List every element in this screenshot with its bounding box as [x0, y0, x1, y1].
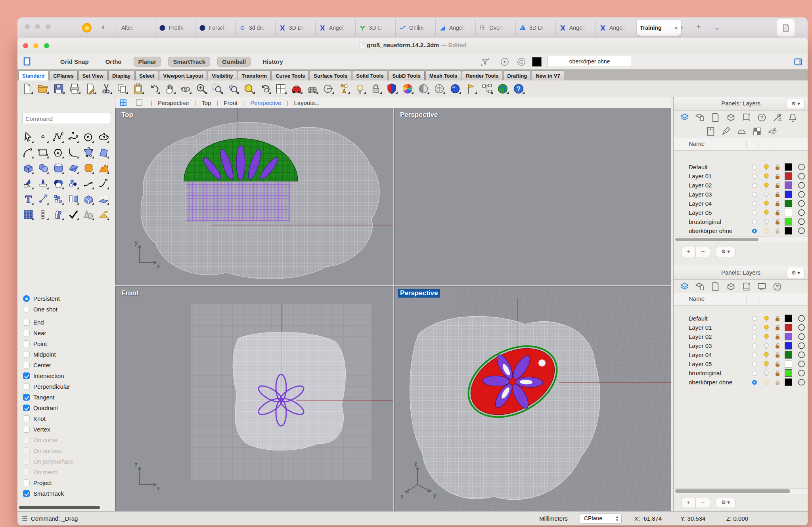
tool-array-grid[interactable] — [21, 207, 36, 222]
osnap-tangent[interactable]: Tangent — [23, 392, 110, 403]
undo-icon[interactable] — [146, 82, 162, 96]
browser-sidebar-button[interactable] — [777, 19, 795, 36]
zoom-selected-icon[interactable] — [225, 82, 241, 96]
toggle-history[interactable]: History — [258, 57, 288, 67]
export-icon[interactable] — [82, 82, 98, 96]
layer-material-circle[interactable] — [797, 199, 806, 208]
tools-icon[interactable] — [772, 112, 783, 123]
viewport-bar-front-2[interactable]: Front — [224, 99, 237, 106]
help-icon[interactable]: ? — [756, 112, 767, 123]
checkbox-icon[interactable] — [23, 340, 30, 347]
layer-color-swatch[interactable] — [785, 342, 792, 349]
ribbon-tab-select[interactable]: Select — [135, 71, 158, 80]
layer-name[interactable]: Layer 05 — [689, 209, 712, 216]
four-viewport-layout-icon[interactable] — [119, 98, 128, 107]
tool-check-geometry[interactable] — [66, 207, 81, 222]
layer-name[interactable]: Layer 05 — [689, 361, 712, 367]
object-properties-icon[interactable] — [336, 82, 352, 96]
layer-color-swatch[interactable] — [785, 200, 792, 207]
layer-material-circle[interactable] — [797, 314, 806, 323]
add-layer-button[interactable]: + — [682, 498, 696, 508]
layer-name[interactable]: oberkörper ohne — [689, 227, 732, 234]
layer-visibility-bulb-icon[interactable] — [762, 324, 770, 332]
ribbon-tab-set-view[interactable]: Set View — [79, 71, 107, 80]
lock-icon[interactable] — [368, 82, 384, 96]
layer-name[interactable]: Layer 04 — [689, 200, 712, 207]
viewport-perspective-active[interactable]: z x y Perspective — [395, 286, 671, 511]
layer-current-radio[interactable] — [751, 361, 758, 368]
layer-color-swatch[interactable] — [785, 191, 792, 198]
panel-horizontal-scrollbar[interactable] — [674, 237, 808, 242]
layer-color-swatch[interactable] — [785, 378, 792, 386]
scroll-icon[interactable] — [741, 112, 752, 123]
command-input[interactable] — [22, 113, 111, 124]
grid-hand-icon[interactable] — [767, 126, 778, 137]
checkbox-icon[interactable] — [23, 394, 30, 401]
box-icon[interactable] — [726, 112, 736, 123]
viewport-top-label[interactable]: Top — [119, 111, 136, 119]
layer-current-radio[interactable] — [751, 315, 758, 322]
osnap-quadrant[interactable]: Quadrant — [23, 403, 110, 413]
layer-visibility-bulb-icon[interactable] — [762, 378, 770, 386]
zoom-extents-icon[interactable] — [241, 82, 257, 96]
status-units[interactable]: Millimeters — [539, 515, 568, 522]
paste-icon[interactable] — [130, 82, 146, 96]
layer-state-icon[interactable] — [695, 281, 705, 292]
browser-tab-3d-dr[interactable]: 3D Dr — [275, 20, 322, 36]
layer-row-brustoriginal[interactable]: brustoriginal — [674, 217, 808, 226]
layer-material-circle[interactable] — [797, 332, 806, 341]
tool-polygon[interactable] — [51, 145, 66, 160]
open-icon[interactable] — [35, 82, 51, 96]
checkbox-icon[interactable] — [23, 372, 30, 379]
checkbox-icon[interactable] — [23, 319, 30, 326]
ribbon-tab-curve-tools[interactable]: Curve Tools — [272, 71, 309, 80]
panel-gear-button[interactable]: ⚙ ▾ — [787, 99, 805, 109]
scrollbar-thumb[interactable] — [675, 238, 758, 241]
tool-visibility-toggle[interactable] — [96, 207, 111, 222]
layer-row-layer-03[interactable]: Layer 03 — [674, 190, 808, 199]
layer-lock-icon[interactable] — [774, 191, 781, 199]
layer-visibility-bulb-icon[interactable] — [762, 227, 770, 235]
browser-tab-angeb[interactable]: Angeb — [596, 20, 642, 36]
layer-name[interactable]: brustoriginal — [689, 218, 721, 225]
checkbox-icon[interactable] — [23, 479, 30, 486]
browser-tab-prothe[interactable]: Prothe — [155, 20, 201, 36]
layer-visibility-bulb-icon[interactable] — [762, 191, 770, 199]
new-file-icon[interactable] — [19, 82, 35, 96]
layer-row-layer-03[interactable]: Layer 03 — [674, 341, 808, 350]
zoom-window-icon[interactable] — [209, 82, 225, 96]
layer-name[interactable]: oberkörper ohne — [689, 379, 732, 386]
layer-color-swatch[interactable] — [785, 360, 792, 368]
osnap-project[interactable]: Project — [23, 477, 110, 488]
name-column-header[interactable]: Name — [689, 140, 705, 147]
osnap-center[interactable]: Center — [23, 360, 110, 370]
status-menu-icon[interactable] — [21, 515, 29, 523]
layer-lock-icon[interactable] — [774, 378, 781, 386]
layer-color-swatch[interactable] — [785, 209, 792, 216]
panel-gear-button[interactable]: ⚙ ▾ — [787, 268, 805, 278]
ribbon-tab-solid-tools[interactable]: Solid Tools — [352, 71, 387, 80]
active-layer-color-swatch[interactable] — [532, 57, 542, 67]
osnap-intersection[interactable]: Intersection — [23, 370, 110, 381]
viewport-front-label[interactable]: Front — [119, 289, 141, 298]
layer-row-layer-04[interactable]: Layer 04 — [674, 350, 808, 359]
tool-cone-sphere[interactable] — [81, 207, 96, 222]
panel-toggle-icon[interactable] — [793, 57, 803, 67]
layer-current-radio[interactable] — [751, 342, 758, 349]
layer-name[interactable]: brustoriginal — [689, 370, 721, 376]
layer-lock-icon[interactable] — [774, 200, 781, 208]
layer-color-swatch[interactable] — [785, 369, 792, 377]
remove-layer-button[interactable]: − — [696, 247, 710, 257]
osnap-smarttrack[interactable]: SmartTrack — [23, 488, 110, 499]
checkbox-icon[interactable] — [23, 330, 30, 336]
layer-current-radio[interactable] — [751, 333, 758, 340]
ribbon-tab-new-in-v7[interactable]: New in V7 — [532, 71, 564, 80]
layer-name[interactable]: Layer 01 — [689, 173, 712, 179]
help-icon[interactable]: ? — [511, 82, 527, 96]
viewport-perspective-empty[interactable]: Perspective — [395, 108, 671, 285]
ribbon-tab-viewport-layout[interactable]: Viewport Layout — [159, 71, 207, 80]
ribbon-tab-visibility[interactable]: Visibility — [208, 71, 237, 80]
pan-icon[interactable] — [162, 82, 178, 96]
layer-lock-icon[interactable] — [774, 172, 781, 180]
browser-tab-training-active[interactable]: Training× — [637, 20, 681, 36]
